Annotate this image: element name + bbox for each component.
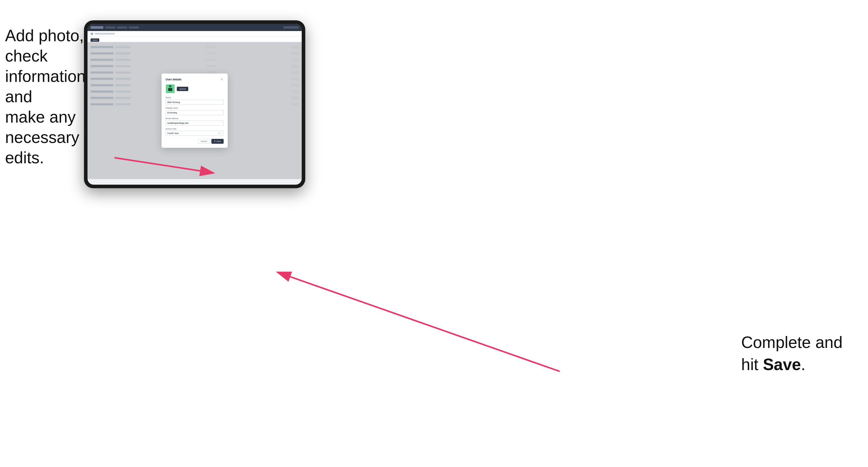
app-logo [91, 26, 103, 29]
email-label: Email address [165, 117, 224, 120]
app-header [88, 24, 302, 31]
content-area: User details × Upload [88, 42, 302, 179]
upload-photo-button[interactable]: Upload [177, 87, 188, 91]
tab-bar: Users [88, 37, 302, 42]
modal-header: User details × [165, 77, 224, 81]
app-nav [105, 27, 139, 29]
close-button[interactable]: × [220, 77, 224, 81]
annotation-right-line2: hit [741, 355, 763, 374]
tablet-screen: Users [88, 24, 302, 185]
school-year-field-group: School Year Fourth Year × ⌄ [165, 128, 224, 136]
cancel-button[interactable]: Cancel [198, 139, 210, 144]
school-year-value: Fourth Year [167, 132, 219, 134]
photo-preview [165, 84, 175, 93]
tab-users[interactable]: Users [91, 38, 99, 42]
display-name-input[interactable] [165, 110, 224, 115]
nav-signout[interactable] [283, 26, 299, 29]
figure-body [168, 88, 172, 91]
email-input[interactable] [165, 121, 224, 126]
email-field-group: Email address [165, 117, 224, 126]
name-field-group: Name [165, 96, 224, 105]
modal-overlay: User details × Upload [88, 42, 302, 179]
svg-line-3 [277, 272, 560, 371]
annotation-right-bold: Save [763, 355, 801, 374]
user-details-modal: User details × Upload [161, 73, 228, 148]
display-name-label: Display name [165, 107, 224, 109]
modal-title: User details [165, 78, 181, 81]
breadcrumb-icon [91, 33, 93, 35]
nav-item-users[interactable] [117, 27, 127, 29]
modal-footer: Cancel ⬆ Save [165, 139, 224, 144]
annotation-right-line1: Complete and [741, 333, 843, 351]
save-label: Save [216, 140, 221, 143]
save-icon: ⬆ [214, 140, 216, 143]
figure-head [169, 85, 172, 88]
nav-item-settings[interactable] [129, 27, 139, 29]
name-label: Name [165, 96, 224, 99]
annotation-right-end: . [801, 355, 805, 374]
chevron-down-icon: ⌄ [220, 132, 222, 134]
save-button[interactable]: ⬆ Save [211, 139, 224, 144]
display-name-field-group: Display name [165, 107, 224, 115]
annotation-right: Complete and hit Save. [741, 332, 843, 375]
nav-item-dashboard[interactable] [105, 27, 116, 29]
select-clear-icon[interactable]: × [219, 132, 220, 134]
school-year-select[interactable]: Fourth Year × ⌄ [165, 131, 224, 136]
school-year-label: School Year [165, 128, 224, 130]
select-controls: × ⌄ [219, 132, 222, 134]
photo-section: Upload [165, 84, 224, 93]
tablet-frame: Users [84, 20, 305, 188]
user-photo [167, 85, 173, 93]
sub-header [88, 31, 302, 37]
breadcrumb [95, 33, 115, 35]
name-input[interactable] [165, 100, 224, 105]
